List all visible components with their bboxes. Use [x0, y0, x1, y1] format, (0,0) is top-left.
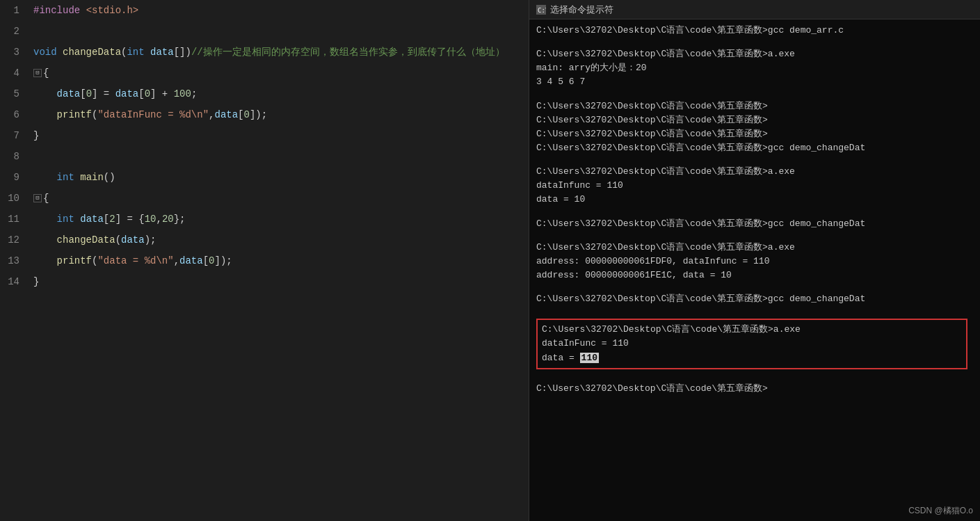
- terminal-line: C:\Users\32702\Desktop\C语言\code\第五章函数>: [536, 127, 973, 141]
- header-file: <stdio.h>: [86, 5, 139, 16]
- table-row: 5 data[0] = data[0] + 100;: [0, 83, 529, 104]
- kw-int3: int: [57, 214, 74, 225]
- code-line: ⊟{: [28, 63, 529, 83]
- code-line: [28, 146, 529, 167]
- num-100: 100: [174, 88, 191, 99]
- line-number: 2: [0, 21, 28, 42]
- table-row: 14 }: [0, 271, 529, 292]
- param-data: data: [150, 47, 174, 58]
- terminal-line: main: arry的大小是：20: [536, 61, 973, 75]
- terminal-line: C:\Users\32702\Desktop\C语言\code\第五章函数>: [536, 113, 973, 127]
- terminal-line-empty: [536, 38, 973, 47]
- code-line: [28, 21, 529, 42]
- table-row: 8: [0, 146, 529, 167]
- terminal-line: C:\Users\32702\Desktop\C语言\code\第五章函数>gc…: [536, 141, 973, 155]
- terminal-line-empty: [536, 306, 973, 316]
- table-row: 10 ⊟{: [0, 188, 529, 209]
- code-line: printf("dataInFunc = %d\n",data[0]);: [28, 104, 529, 125]
- var-data4: data: [121, 234, 145, 246]
- code-line: printf("data = %d\n",data[0]);: [28, 250, 529, 271]
- var-data2: data: [115, 88, 139, 99]
- terminal-panel: C:\ 选择命令提示符 C:\Users\32702\Desktop\C语言\c…: [529, 0, 980, 521]
- num-0d: 0: [209, 255, 214, 266]
- var-data: data: [57, 88, 81, 99]
- terminal-line: address: 000000000061FDF0, dataInfunc = …: [536, 255, 973, 268]
- code-line: void changeData(int data[])//操作一定是相同的内存空…: [28, 42, 529, 63]
- code-line: data[0] = data[0] + 100;: [28, 83, 529, 104]
- code-line: ⊟{: [28, 188, 529, 209]
- main-container: 1 #include <stdio.h> 2 3 void changeData…: [0, 0, 980, 521]
- line-number: 5: [0, 83, 28, 104]
- terminal-line: dataInfunc = 110: [536, 179, 973, 193]
- keyword-include: #include: [33, 5, 80, 16]
- var-data5: data: [179, 255, 203, 266]
- highlighted-value: 110: [580, 353, 599, 363]
- num-0b: 0: [145, 88, 150, 99]
- table-row: 9 int main(): [0, 167, 529, 188]
- fn-name: changeData: [63, 47, 121, 58]
- table-row: 2: [0, 21, 529, 42]
- var-data3: data: [214, 109, 238, 120]
- table-row: 7 }: [0, 125, 529, 146]
- terminal-titlebar: C:\ 选择命令提示符: [529, 0, 980, 19]
- terminal-line-empty: [536, 231, 973, 241]
- fold-icon[interactable]: ⊟: [33, 69, 42, 77]
- code-line: #include <stdio.h>: [28, 0, 529, 21]
- line-number: 9: [0, 167, 28, 188]
- fold-icon2[interactable]: ⊟: [33, 194, 42, 202]
- terminal-line: C:\Users\32702\Desktop\C语言\code\第五章函数>a.…: [536, 241, 973, 255]
- kw-void: void: [33, 47, 57, 58]
- line-number: 3: [0, 42, 28, 63]
- fn-main: main: [80, 172, 104, 183]
- table-row: 6 printf("dataInFunc = %d\n",data[0]);: [0, 104, 529, 125]
- terminal-icon: C:\: [536, 5, 546, 15]
- watermark: CSDN @橘猫O.o: [908, 505, 973, 517]
- terminal-line-empty: [536, 90, 973, 99]
- var-data-arr: data: [80, 214, 104, 225]
- terminal-line: C:\Users\32702\Desktop\C语言\code\第五章函数>gc…: [536, 217, 973, 231]
- highlighted-line-3: data = 110: [542, 351, 962, 365]
- code-editor: 1 #include <stdio.h> 2 3 void changeData…: [0, 0, 529, 521]
- terminal-line-empty: [536, 207, 973, 217]
- terminal-body[interactable]: C:\Users\32702\Desktop\C语言\code\第五章函数>gc…: [529, 19, 980, 521]
- fn-changeData: changeData: [57, 234, 115, 246]
- table-row: 12 changeData(data);: [0, 230, 529, 250]
- code-line: int main(): [28, 167, 529, 188]
- line-number: 1: [0, 0, 28, 21]
- kw-int2: int: [57, 172, 74, 183]
- terminal-line-empty: [536, 155, 973, 165]
- num-20: 20: [162, 214, 174, 225]
- highlighted-line-1: C:\Users\32702\Desktop\C语言\code\第五章函数>a.…: [542, 323, 962, 337]
- code-line: int data[2] = {10,20};: [28, 209, 529, 230]
- line-number: 11: [0, 209, 28, 230]
- svg-text:C:\: C:\: [538, 7, 546, 14]
- brace: {: [43, 67, 49, 79]
- brace2: {: [43, 193, 49, 204]
- line-number: 14: [0, 271, 28, 292]
- terminal-line: C:\Users\32702\Desktop\C语言\code\第五章函数>a.…: [536, 165, 973, 179]
- terminal-line: C:\Users\32702\Desktop\C语言\code\第五章函数>a.…: [536, 47, 973, 61]
- num-0: 0: [86, 88, 92, 99]
- terminal-line: C:\Users\32702\Desktop\C语言\code\第五章函数>gc…: [536, 292, 973, 306]
- code-line: changeData(data);: [28, 230, 529, 250]
- table-row: 13 printf("data = %d\n",data[0]);: [0, 250, 529, 271]
- code-line: }: [28, 271, 529, 292]
- terminal-line: address: 000000000061FE1C, data = 10: [536, 268, 973, 282]
- str-dataInFunc: "dataInFunc = %d\n": [97, 109, 209, 120]
- line-number: 7: [0, 125, 28, 146]
- terminal-footer-line: C:\Users\32702\Desktop\C语言\code\第五章函数>: [536, 382, 973, 396]
- highlighted-line-2: dataInFunc = 110: [542, 337, 962, 351]
- highlighted-output-block: C:\Users\32702\Desktop\C语言\code\第五章函数>a.…: [536, 319, 967, 369]
- num-10: 10: [145, 214, 156, 225]
- line-number: 8: [0, 146, 28, 167]
- code-table: 1 #include <stdio.h> 2 3 void changeData…: [0, 0, 529, 292]
- fn-printf2: printf: [57, 255, 92, 266]
- terminal-line: data = 10: [536, 193, 973, 207]
- line-number: 13: [0, 250, 28, 271]
- terminal-line-empty: [536, 372, 973, 382]
- table-row: 4 ⊟{: [0, 63, 529, 83]
- highlighted-prefix: data =: [542, 353, 580, 363]
- table-row: 3 void changeData(int data[])//操作一定是相同的内…: [0, 42, 529, 63]
- code-line: }: [28, 125, 529, 146]
- terminal-line: C:\Users\32702\Desktop\C语言\code\第五章函数>: [536, 99, 973, 113]
